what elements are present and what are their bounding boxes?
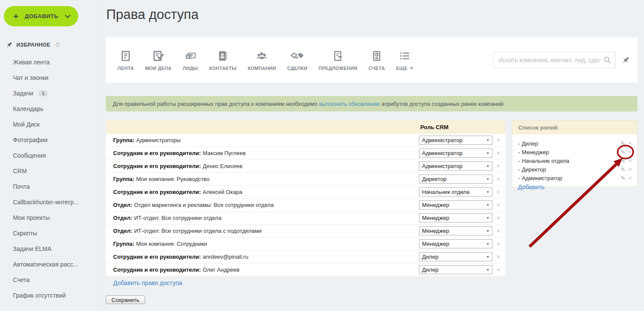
tab-leads[interactable]: @ ЛИДЫ [183,50,198,71]
role-select-value: Менеджер [422,241,449,247]
subject-type: Отдел: [113,202,132,208]
table-body: Группа:Администраторы Администратор ▼ × … [106,134,505,276]
tab-label: СДЕЛКИ [287,66,308,71]
sidebar-item[interactable]: Календарь [0,101,98,117]
deals-handshake-icon [290,50,304,63]
role-select[interactable]: Директор ▼ [419,175,492,184]
tab-feed[interactable]: ЛЕНТА [117,50,134,71]
edit-role-icon[interactable]: ✎ [621,175,625,181]
sidebar-item[interactable]: Мой Диск [0,117,98,132]
sidebar-item[interactable]: Чат и звонки [0,70,98,86]
sidebar-item[interactable]: Callbackhunter-интегр... [0,194,98,210]
sidebar-item[interactable]: Мои проекты [0,210,98,225]
delete-row-icon[interactable]: × [496,228,500,235]
role-select[interactable]: Дилер ▼ [419,252,492,261]
delete-row-icon[interactable]: × [496,163,500,170]
role-select[interactable]: Администратор ▼ [419,136,492,145]
subject-cell: Сотрудник и его руководители:Денис Елисе… [106,163,419,169]
delete-role-icon[interactable]: × [628,140,632,147]
subject-type: Группа: [113,137,134,143]
delete-role-icon[interactable]: × [628,149,632,156]
role-cell: Начальник отдела ▼ × [419,187,505,197]
search-icon[interactable] [603,56,611,64]
subject-name: Олег Андреев [203,267,239,273]
sidebar-item-label: График отсутствий [13,292,66,299]
role-cell: Менеджер ▼ × [419,226,505,235]
chevron-down-icon: ▼ [486,178,489,181]
role-select[interactable]: Дилер ▼ [419,265,492,274]
sidebar-item-label: Почта [13,183,30,190]
tab-more[interactable]: ЕЩЕ [396,50,413,71]
add-role-link[interactable]: Добавить [518,184,545,190]
pushpin-icon[interactable] [622,56,630,64]
sidebar-item[interactable]: Автоматическая расс... [0,257,98,272]
chevron-down-icon [65,13,70,18]
sidebar-item[interactable]: Почта [0,179,98,194]
role-select[interactable]: Администратор ▼ [419,149,492,158]
role-select-value: Менеджер [422,215,449,221]
sidebar-item[interactable]: Задачи 1 [0,86,98,101]
add-button-label: ДОБАВИТЬ [19,13,65,19]
sidebar-item[interactable]: Живая лента [0,54,98,70]
subject-cell: Сотрудник и его руководители:anrdeev@pin… [106,254,419,260]
role-select[interactable]: Администратор ▼ [419,162,492,171]
delete-row-icon[interactable]: × [496,215,500,222]
subject-name: Максим Пуглеев [203,150,246,156]
role-select[interactable]: Менеджер ▼ [419,200,492,209]
edit-role-icon[interactable]: ✎ [621,158,625,164]
edit-role-icon[interactable]: ✎ [621,166,625,173]
edit-role-icon[interactable]: ✎ [621,149,625,156]
tab-contacts[interactable]: КОНТАКТЫ [209,50,236,71]
delete-row-icon[interactable]: × [496,189,500,196]
tab-label: КОМПАНИИ [247,66,276,71]
delete-role-icon[interactable]: × [628,157,632,164]
delete-role-icon[interactable]: × [628,166,632,173]
subject-type: Сотрудник и его руководители: [113,254,201,260]
sidebar-item[interactable]: Счета [0,272,98,288]
delete-role-icon[interactable]: × [628,175,632,181]
role-select[interactable]: Начальник отдела ▼ [419,187,492,197]
role-select[interactable]: Менеджер ▼ [419,226,492,235]
sidebar-item[interactable]: Скрипты [0,225,98,241]
save-button[interactable]: Сохранить [106,295,145,304]
role-select[interactable]: Менеджер ▼ [419,213,492,222]
chevron-down-icon: ▼ [486,139,489,142]
tab-proposals[interactable]: ПРЕДЛОЖЕНИЯ [319,50,358,71]
role-cell: Менеджер ▼ × [419,213,505,222]
tab-deals[interactable]: СДЕЛКИ [287,50,308,71]
delete-row-icon[interactable]: × [496,176,500,183]
tab-my-tasks[interactable]: МОИ ДЕЛА [145,50,171,71]
sidebar-item[interactable]: Задачи ELMA [0,241,98,257]
table-header: Роль CRM [106,120,505,134]
add-access-right-link[interactable]: Добавить право доступа [113,279,182,286]
tab-label: ЕЩЕ [396,66,413,71]
tab-companies[interactable]: КОМПАНИИ [247,50,276,71]
chevron-down-icon [410,67,413,70]
run-update-link[interactable]: выполнить обновление [319,101,380,107]
delete-row-icon[interactable]: × [496,150,500,157]
sidebar-item[interactable]: Фотографии [0,132,98,148]
sidebar-item-label: Фотографии [13,136,48,143]
add-button[interactable]: + ДОБАВИТЬ [4,6,78,26]
role-select[interactable]: Менеджер ▼ [419,239,492,248]
sidebar-item[interactable]: Сообщения [0,148,98,163]
search-input[interactable] [493,52,615,68]
delete-row-icon[interactable]: × [496,202,500,209]
search-box [493,52,615,68]
delete-row-icon[interactable]: × [496,254,500,260]
delete-row-icon[interactable]: × [496,241,500,248]
chevron-down-icon: ▼ [486,190,489,194]
subject-name: ИТ-отдел: Все сотрудники отдела с подотд… [134,228,261,234]
subject-name: ИТ-отдел: Все сотрудники отдела [134,215,221,221]
role-name: - Менеджер [518,149,621,156]
tab-invoices[interactable]: S СЧЕТА [368,50,385,71]
chevron-down-icon: ▼ [486,216,489,219]
delete-row-icon[interactable]: × [496,137,500,144]
role-select-value: Начальник отдела [422,189,470,195]
sidebar-item[interactable]: CRM [0,163,98,179]
sidebar-item[interactable]: График отсутствий [0,288,98,303]
gear-icon[interactable]: ⚙ [55,41,60,48]
sidebar-item-label: Мой Диск [13,121,40,128]
delete-row-icon[interactable]: × [496,267,500,273]
edit-role-icon[interactable]: ✎ [621,140,625,147]
